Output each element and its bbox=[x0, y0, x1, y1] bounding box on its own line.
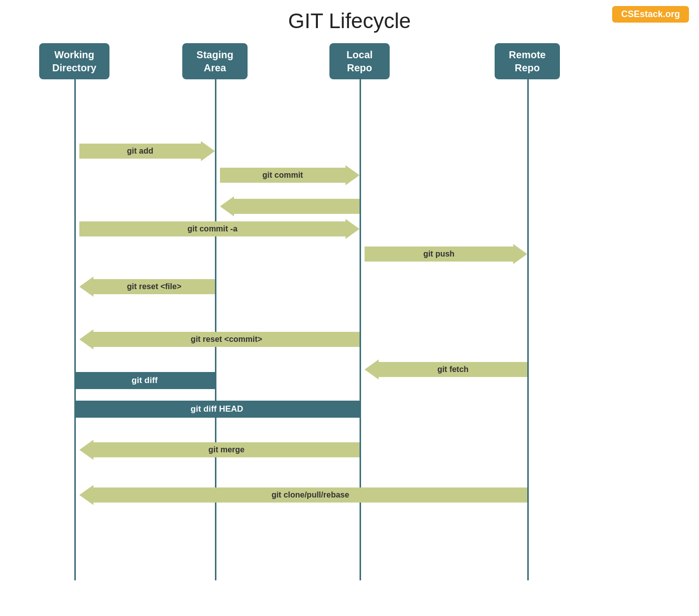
arrow-git-reset-file: git reset <file> bbox=[79, 277, 215, 297]
arrow-return bbox=[220, 196, 360, 216]
arrow-git-fetch: git fetch bbox=[365, 359, 527, 380]
arrow-git-add: git add bbox=[79, 141, 215, 161]
arrow-git-commit: git commit bbox=[220, 165, 360, 185]
arrow-git-commit-label: git commit bbox=[263, 171, 303, 180]
bar-git-diff-head-label: git diff HEAD bbox=[191, 404, 244, 414]
arrow-git-merge-label: git merge bbox=[208, 445, 245, 454]
bar-git-diff-head: git diff HEAD bbox=[74, 401, 360, 418]
bar-git-diff: git diff bbox=[74, 372, 215, 389]
arrow-git-commit-a-head bbox=[345, 219, 360, 239]
arrow-git-reset-file-head bbox=[79, 277, 93, 297]
arrow-git-reset-commit: git reset <commit> bbox=[79, 329, 360, 349]
header-local: LocalRepo bbox=[329, 43, 390, 79]
arrow-git-clone-head bbox=[79, 485, 93, 505]
brand-badge: CSEstack.org bbox=[612, 6, 689, 23]
arrow-git-fetch-label: git fetch bbox=[437, 365, 469, 374]
arrow-git-add-label: git add bbox=[127, 147, 153, 156]
arrow-git-merge: git merge bbox=[79, 440, 360, 460]
arrow-git-push: git push bbox=[365, 244, 527, 264]
header-remote: RemoteRepo bbox=[495, 43, 560, 79]
arrow-git-commit-head bbox=[345, 165, 360, 185]
lifeline-working bbox=[74, 73, 76, 580]
header-working: WorkingDirectory bbox=[39, 43, 109, 79]
page-title: GIT Lifecycle bbox=[0, 0, 699, 38]
arrow-git-reset-file-label: git reset <file> bbox=[127, 282, 182, 291]
arrow-git-reset-commit-label: git reset <commit> bbox=[191, 335, 262, 344]
arrow-git-add-head bbox=[201, 141, 215, 161]
arrow-git-fetch-head bbox=[365, 359, 379, 380]
arrow-git-push-label: git push bbox=[423, 250, 454, 259]
bar-git-diff-label: git diff bbox=[132, 376, 158, 386]
arrow-git-clone-label: git clone/pull/rebase bbox=[272, 490, 350, 500]
arrow-git-commit-a-label: git commit -a bbox=[187, 224, 238, 233]
arrow-return-head bbox=[220, 196, 234, 216]
header-staging: StagingArea bbox=[182, 43, 248, 79]
arrow-git-commit-a: git commit -a bbox=[79, 219, 360, 239]
arrow-git-push-head bbox=[513, 244, 527, 264]
diagram-area: WorkingDirectory StagingArea LocalRepo R… bbox=[0, 43, 699, 595]
arrow-git-merge-head bbox=[79, 440, 93, 460]
lifeline-remote bbox=[527, 73, 529, 580]
arrow-git-clone: git clone/pull/rebase bbox=[79, 485, 527, 505]
arrow-git-reset-commit-head bbox=[79, 329, 93, 349]
